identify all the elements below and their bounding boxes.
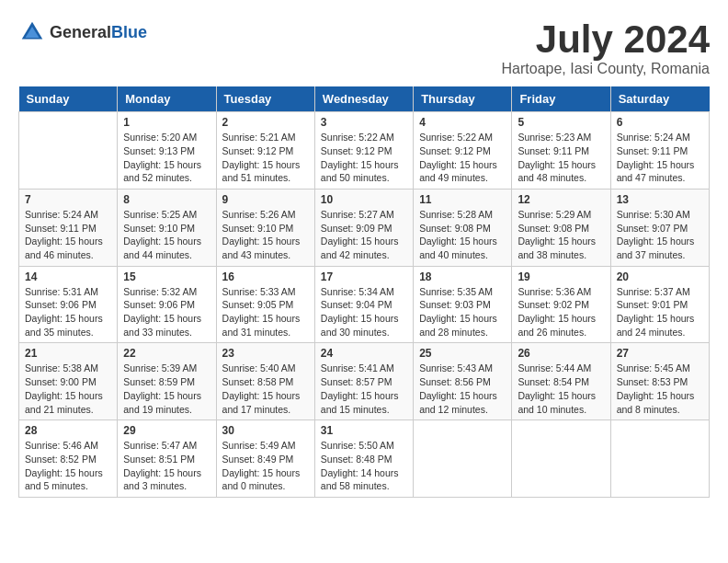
cell-text: Daylight: 15 hours: [419, 312, 506, 326]
cell-text: Daylight: 15 hours: [617, 389, 703, 403]
cell-text: Sunset: 8:48 PM: [321, 453, 407, 466]
cell-text: Sunrise: 5:22 AM: [321, 131, 407, 144]
cell-text: and 21 minutes.: [25, 403, 111, 417]
day-number: 20: [617, 270, 703, 283]
day-number: 31: [321, 424, 407, 437]
cell-text: Daylight: 15 hours: [518, 312, 604, 326]
calendar-cell: [512, 420, 610, 498]
day-number: 7: [25, 193, 111, 206]
day-number: 1: [123, 116, 210, 129]
cell-text: Sunset: 9:02 PM: [518, 298, 604, 312]
cell-text: and 12 minutes.: [419, 403, 506, 417]
cell-text: and 43 minutes.: [222, 248, 309, 262]
cell-text: Sunrise: 5:39 AM: [123, 362, 210, 375]
cell-text: Sunset: 8:59 PM: [123, 375, 210, 389]
cell-text: and 49 minutes.: [419, 171, 506, 185]
cell-text: Sunrise: 5:26 AM: [222, 208, 309, 222]
day-number: 27: [617, 347, 703, 360]
cell-text: Sunrise: 5:38 AM: [25, 362, 111, 375]
page-header: GeneralBlue July 2024 Hartoape, Iasi Cou…: [18, 18, 710, 77]
cell-text: Daylight: 15 hours: [617, 158, 703, 172]
calendar-cell: 13Sunrise: 5:30 AMSunset: 9:07 PMDayligh…: [610, 189, 709, 266]
calendar-header-row: SundayMondayTuesdayWednesdayThursdayFrid…: [19, 86, 710, 112]
logo-blue-text: Blue: [111, 23, 147, 41]
cell-text: and 26 minutes.: [518, 326, 604, 339]
calendar-cell: [610, 420, 709, 498]
cell-text: and 44 minutes.: [123, 248, 210, 262]
cell-text: Daylight: 15 hours: [321, 389, 407, 403]
cell-text: Sunrise: 5:44 AM: [518, 362, 604, 375]
cell-text: Sunset: 8:49 PM: [222, 453, 309, 466]
day-number: 10: [321, 193, 407, 206]
cell-text: Sunset: 8:58 PM: [222, 375, 309, 389]
calendar-week-row: 28Sunrise: 5:46 AMSunset: 8:52 PMDayligh…: [19, 420, 710, 498]
day-number: 25: [419, 347, 506, 360]
cell-text: and 46 minutes.: [25, 248, 111, 262]
cell-text: Sunset: 9:07 PM: [617, 222, 703, 236]
day-number: 3: [321, 116, 407, 129]
cell-text: and 40 minutes.: [419, 248, 506, 262]
cell-text: and 24 minutes.: [617, 326, 703, 339]
cell-text: Sunset: 9:10 PM: [123, 222, 210, 236]
cell-text: Daylight: 15 hours: [321, 312, 407, 326]
cell-text: and 0 minutes.: [222, 479, 309, 493]
cell-text: Sunrise: 5:23 AM: [518, 131, 604, 144]
cell-text: and 51 minutes.: [222, 171, 309, 185]
cell-text: and 3 minutes.: [123, 479, 210, 493]
calendar-table: SundayMondayTuesdayWednesdayThursdayFrid…: [18, 86, 710, 498]
calendar-cell: 9Sunrise: 5:26 AMSunset: 9:10 PMDaylight…: [216, 189, 314, 266]
cell-text: Sunrise: 5:32 AM: [123, 285, 210, 299]
cell-text: and 37 minutes.: [617, 248, 703, 262]
header-wednesday: Wednesday: [314, 86, 413, 112]
cell-text: and 19 minutes.: [123, 403, 210, 417]
cell-text: Sunrise: 5:33 AM: [222, 285, 309, 299]
cell-text: Sunrise: 5:30 AM: [617, 208, 703, 222]
calendar-cell: [19, 112, 118, 190]
calendar-cell: 11Sunrise: 5:28 AMSunset: 9:08 PMDayligh…: [414, 189, 512, 266]
calendar-cell: 22Sunrise: 5:39 AMSunset: 8:59 PMDayligh…: [118, 343, 216, 420]
cell-text: Daylight: 15 hours: [25, 389, 111, 403]
cell-text: Sunrise: 5:24 AM: [25, 208, 111, 222]
day-number: 11: [419, 193, 506, 206]
title-block: July 2024 Hartoape, Iasi County, Romania: [502, 18, 710, 77]
logo-icon: [18, 18, 46, 46]
cell-text: Daylight: 15 hours: [123, 389, 210, 403]
day-number: 9: [222, 193, 309, 206]
cell-text: Sunset: 8:52 PM: [25, 453, 111, 466]
cell-text: Daylight: 15 hours: [222, 389, 309, 403]
cell-text: Daylight: 15 hours: [123, 235, 210, 248]
cell-text: Sunset: 9:12 PM: [222, 144, 309, 158]
header-sunday: Sunday: [19, 86, 118, 112]
cell-text: Sunrise: 5:31 AM: [25, 285, 111, 299]
cell-text: Sunrise: 5:28 AM: [419, 208, 506, 222]
cell-text: and 48 minutes.: [518, 171, 604, 185]
cell-text: Daylight: 15 hours: [419, 389, 506, 403]
cell-text: and 47 minutes.: [617, 171, 703, 185]
calendar-week-row: 7Sunrise: 5:24 AMSunset: 9:11 PMDaylight…: [19, 189, 710, 266]
cell-text: Sunset: 9:09 PM: [321, 222, 407, 236]
calendar-cell: 19Sunrise: 5:36 AMSunset: 9:02 PMDayligh…: [512, 266, 610, 343]
day-number: 6: [617, 116, 703, 129]
calendar-cell: 3Sunrise: 5:22 AMSunset: 9:12 PMDaylight…: [314, 112, 413, 190]
day-number: 13: [617, 193, 703, 206]
day-number: 14: [25, 270, 111, 283]
cell-text: and 33 minutes.: [123, 326, 210, 339]
cell-text: Sunrise: 5:29 AM: [518, 208, 604, 222]
day-number: 17: [321, 270, 407, 283]
cell-text: and 35 minutes.: [25, 326, 111, 339]
cell-text: and 10 minutes.: [518, 403, 604, 417]
logo-general-text: General: [50, 23, 111, 41]
cell-text: Sunrise: 5:21 AM: [222, 131, 309, 144]
cell-text: Sunrise: 5:49 AM: [222, 439, 309, 453]
cell-text: Sunset: 9:03 PM: [419, 298, 506, 312]
calendar-cell: 18Sunrise: 5:35 AMSunset: 9:03 PMDayligh…: [414, 266, 512, 343]
calendar-week-row: 14Sunrise: 5:31 AMSunset: 9:06 PMDayligh…: [19, 266, 710, 343]
day-number: 5: [518, 116, 604, 129]
cell-text: Daylight: 15 hours: [617, 235, 703, 248]
cell-text: and 42 minutes.: [321, 248, 407, 262]
cell-text: Sunset: 9:06 PM: [25, 298, 111, 312]
cell-text: Daylight: 15 hours: [25, 466, 111, 480]
cell-text: Sunrise: 5:47 AM: [123, 439, 210, 453]
day-number: 28: [25, 424, 111, 437]
cell-text: Sunset: 9:11 PM: [617, 144, 703, 158]
